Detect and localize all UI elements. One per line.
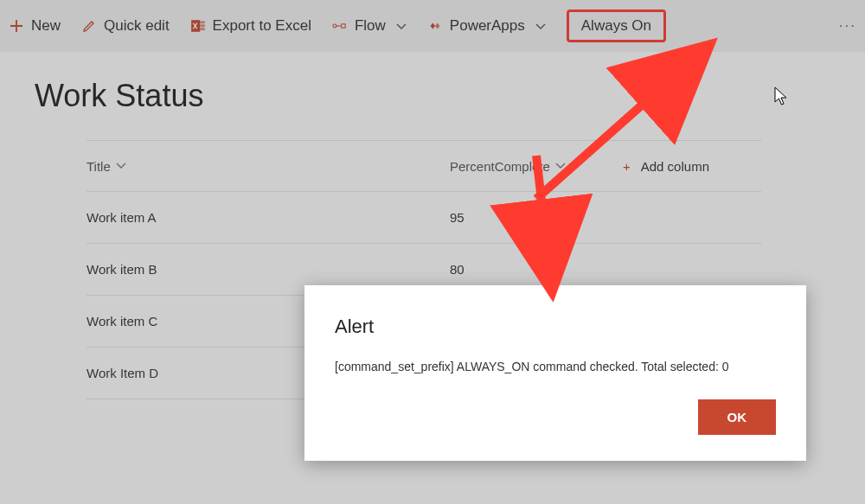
dialog-title: Alert xyxy=(335,316,776,338)
cursor-icon xyxy=(774,86,790,107)
dialog-message: [command_set_prefix] ALWAYS_ON command c… xyxy=(335,360,776,373)
ok-button[interactable]: OK xyxy=(698,399,777,435)
alert-dialog: Alert [command_set_prefix] ALWAYS_ON com… xyxy=(304,285,806,461)
